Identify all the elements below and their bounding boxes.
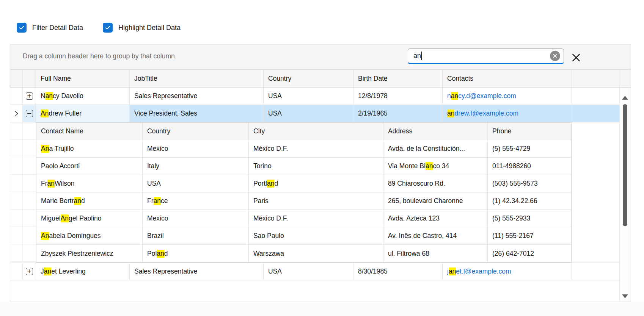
cell-contactname[interactable]: Marie Bertrand <box>36 192 143 210</box>
cell-fullname[interactable]: Janet Leverling <box>36 263 130 280</box>
search-match-highlight: an <box>449 268 456 275</box>
column-header-phone[interactable]: Phone <box>488 123 571 140</box>
column-header-city[interactable]: City <box>249 123 383 140</box>
contact-row[interactable]: Miguel Angel PaolinoMexicoMéxico D.F.Avd… <box>36 210 571 227</box>
search-panel-close-button[interactable] <box>571 52 581 63</box>
cell-contacts[interactable]: andrew.f@example.com <box>443 105 572 122</box>
cell-address[interactable]: Avda. de la Constitución... <box>383 140 488 157</box>
cell-country[interactable]: USA <box>264 263 353 280</box>
detail-section: Contact NameCountryCityAddressPhoneAna T… <box>10 122 619 263</box>
expand-row-button[interactable]: + <box>26 92 33 100</box>
cell-phone[interactable]: (5) 555-4729 <box>488 140 571 157</box>
column-header-contacts[interactable]: Contacts <box>443 70 572 87</box>
scrollbar-thumb[interactable] <box>623 104 627 226</box>
column-header-country[interactable]: Country <box>143 123 249 140</box>
cell-contactname[interactable]: Miguel Angel Paolino <box>36 210 143 227</box>
column-header-jobtitle[interactable]: JobTitle <box>130 70 264 87</box>
search-match-highlight: an <box>447 110 454 117</box>
cell-jobtitle[interactable]: Sales Representative <box>130 88 264 105</box>
vertical-scrollbar[interactable] <box>619 88 631 302</box>
search-input-value: an <box>413 52 421 60</box>
cell-address[interactable]: ul. Filtrowa 68 <box>383 245 488 262</box>
expand-row-button[interactable]: + <box>26 268 33 275</box>
gutter-cell <box>23 140 36 157</box>
search-input[interactable]: an <box>408 48 564 64</box>
cell-phone[interactable]: 011-4988260 <box>488 158 571 175</box>
contact-row[interactable]: Anabela DominguesBrazilSao PauloAv. Inês… <box>36 227 571 245</box>
cell-jobtitle[interactable]: Sales Representative <box>130 263 264 280</box>
cell-contactname[interactable]: Paolo Accorti <box>36 158 143 175</box>
search-match-highlight: an <box>426 162 433 170</box>
employee-row[interactable]: +Nancy DavolioSales RepresentativeUSA12/… <box>10 88 619 105</box>
cell-contactname[interactable]: Anabela Domingues <box>36 227 143 244</box>
cell-city[interactable]: Torino <box>249 158 383 175</box>
cell-phone[interactable]: (503) 555-9573 <box>488 175 571 192</box>
contact-row[interactable]: Marie BertrandFranceParis265, boulevard … <box>36 192 571 210</box>
cell-country[interactable]: Brazil <box>143 227 249 244</box>
cell-birthdate[interactable]: 8/30/1985 <box>353 263 443 280</box>
filter-detail-data-label: Filter Detail Data <box>32 24 83 32</box>
employee-row[interactable]: −Andrew FullerVice President, SalesUSA2/… <box>10 105 619 122</box>
cell-contactname[interactable]: Ana Trujillo <box>36 140 143 157</box>
cell-address[interactable]: 265, boulevard Charonne <box>383 192 488 210</box>
cell-address[interactable]: Via Monte Bianco 34 <box>383 158 488 175</box>
scroll-up-icon[interactable] <box>622 96 628 100</box>
cell-country[interactable]: USA <box>264 88 353 105</box>
highlight-detail-data-checkbox[interactable]: Highlight Detail Data <box>103 23 181 33</box>
cell-country[interactable]: Italy <box>143 158 249 175</box>
column-header-birth-date[interactable]: Birth Date <box>353 70 443 87</box>
cell-country[interactable]: France <box>143 192 249 210</box>
data-grid: Drag a column header here to group by th… <box>10 45 631 302</box>
search-clear-button[interactable] <box>550 51 560 61</box>
cell-country[interactable]: Mexico <box>143 210 249 227</box>
cell-jobtitle[interactable]: Vice President, Sales <box>130 105 264 122</box>
column-header-country[interactable]: Country <box>264 70 353 87</box>
cell-contacts[interactable]: nancy.d@example.com <box>443 88 572 105</box>
page-bottom-background <box>0 302 644 316</box>
cell-address[interactable]: 89 Chiaroscuro Rd. <box>383 175 488 192</box>
contact-row[interactable]: Paolo AccortiItalyTorinoVia Monte Bianco… <box>36 158 571 175</box>
cell-phone[interactable]: (1) 42.34.22.66 <box>488 192 571 210</box>
cell-phone[interactable]: (11) 555-2167 <box>488 227 571 244</box>
cell-country[interactable]: Mexico <box>143 140 249 157</box>
cell-address[interactable]: Av. Inês de Castro, 414 <box>383 227 488 244</box>
expander-cell: + <box>23 88 36 105</box>
column-header-contact-name[interactable]: Contact Name <box>36 123 143 140</box>
cell-contactname[interactable]: Fran Wilson <box>36 175 143 192</box>
cell-fullname[interactable]: Nancy Davolio <box>36 88 130 105</box>
cell-country[interactable]: USA <box>264 105 353 122</box>
column-header-address[interactable]: Address <box>383 123 488 140</box>
collapse-row-button[interactable]: − <box>26 110 33 117</box>
gutter-cell <box>10 192 23 210</box>
filter-detail-data-checkbox[interactable]: Filter Detail Data <box>17 23 83 33</box>
contact-row[interactable]: Zbyszek PiestrzeniewiczPolandWarszawaul.… <box>36 245 571 262</box>
cell-city[interactable]: México D.F. <box>249 140 383 157</box>
group-by-panel[interactable]: Drag a column header here to group by th… <box>10 45 631 70</box>
filler-cell <box>572 88 619 105</box>
contact-row[interactable]: Fran WilsonUSAPortland89 Chiaroscuro Rd.… <box>36 175 571 192</box>
contact-row[interactable]: Ana TrujilloMexicoMéxico D.F.Avda. de la… <box>36 140 571 158</box>
close-x-icon <box>571 53 581 63</box>
cell-contactname[interactable]: Zbyszek Piestrzeniewicz <box>36 245 143 262</box>
cell-city[interactable]: Sao Paulo <box>249 227 383 244</box>
cell-country[interactable]: Poland <box>143 245 249 262</box>
cell-city[interactable]: Portland <box>249 175 383 192</box>
gutter-cell <box>10 244 23 262</box>
cell-contacts[interactable]: janet.l@example.com <box>443 263 572 280</box>
cell-country[interactable]: USA <box>143 175 249 192</box>
checkbox-checked-icon <box>17 23 27 33</box>
cell-address[interactable]: Avda. Azteca 123 <box>383 210 488 227</box>
cell-city[interactable]: México D.F. <box>249 210 383 227</box>
cell-birthdate[interactable]: 2/19/1965 <box>353 105 443 122</box>
cell-city[interactable]: Paris <box>249 192 383 210</box>
gutter-cell <box>23 157 36 175</box>
column-header-full-name[interactable]: Full Name <box>36 70 130 87</box>
cell-phone[interactable]: (26) 642-7012 <box>488 245 571 262</box>
master-detail-grid-page: Filter Detail Data Highlight Detail Data… <box>0 0 644 316</box>
cell-city[interactable]: Warszawa <box>249 245 383 262</box>
cell-phone[interactable]: (5) 555-2933 <box>488 210 571 227</box>
scroll-down-icon[interactable] <box>622 294 628 298</box>
employee-row[interactable]: +Janet LeverlingSales RepresentativeUSA8… <box>10 263 619 280</box>
cell-birthdate[interactable]: 12/8/1978 <box>353 88 443 105</box>
cell-fullname[interactable]: Andrew Fuller <box>36 105 130 122</box>
